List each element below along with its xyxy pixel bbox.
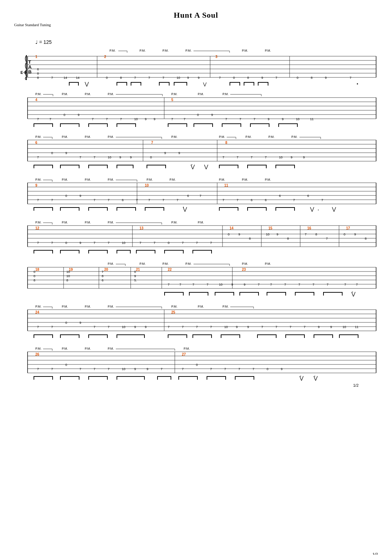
svg-rect-205 — [79, 165, 79, 168]
svg-text:7: 7 — [237, 156, 238, 159]
svg-rect-593 — [197, 376, 198, 380]
svg-text:9: 9 — [79, 194, 81, 198]
svg-rect-509 — [60, 334, 61, 338]
svg-text:7: 7 — [37, 156, 39, 159]
svg-rect-517 — [168, 334, 187, 335]
svg-text:P.M.: P.M. — [198, 92, 204, 96]
svg-text:6: 6 — [122, 198, 124, 202]
svg-text:7: 7 — [222, 156, 224, 159]
svg-rect-591 — [178, 376, 198, 377]
svg-text:16: 16 — [307, 226, 311, 230]
svg-rect-126 — [34, 123, 34, 127]
svg-rect-518 — [168, 334, 168, 338]
svg-rect-58 — [126, 82, 127, 86]
svg-text:P.M.: P.M. — [171, 305, 177, 308]
svg-rect-207 — [88, 165, 89, 168]
svg-rect-283 — [117, 207, 136, 208]
svg-text:7: 7 — [94, 198, 95, 202]
svg-rect-527 — [257, 334, 258, 338]
svg-text:7: 7 — [182, 325, 184, 329]
svg-rect-295 — [247, 207, 248, 211]
svg-text:6: 6 — [307, 194, 309, 198]
svg-rect-65 — [174, 82, 187, 83]
svg-text:7: 7 — [270, 283, 272, 286]
svg-text:9: 9 — [268, 117, 269, 121]
page-title: Hunt A Soul — [14, 11, 378, 20]
svg-rect-585 — [117, 376, 145, 377]
svg-rect-219 — [219, 165, 220, 168]
svg-text:14: 14 — [76, 76, 79, 80]
svg-rect-151 — [297, 123, 298, 127]
svg-text:8: 8 — [102, 274, 103, 278]
svg-rect-203 — [60, 165, 79, 165]
svg-text:7: 7 — [49, 117, 51, 121]
svg-rect-221 — [247, 165, 267, 165]
svg-text:9: 9 — [178, 151, 180, 155]
svg-text:7: 7 — [210, 367, 212, 371]
svg-text:10: 10 — [108, 156, 111, 159]
svg-rect-589 — [157, 376, 158, 380]
svg-rect-513 — [107, 334, 108, 338]
svg-text:7: 7 — [37, 367, 39, 371]
svg-rect-452 — [323, 292, 343, 293]
svg-rect-598 — [235, 376, 236, 380]
svg-text:11: 11 — [355, 325, 358, 329]
svg-rect-139 — [186, 123, 187, 127]
svg-text:⋁: ⋁ — [84, 81, 89, 87]
svg-text:4: 4 — [35, 98, 37, 102]
svg-text:7: 7 — [162, 76, 164, 80]
svg-text:P.M.: P.M. — [35, 92, 41, 96]
svg-text:P.M.: P.M. — [108, 178, 114, 181]
svg-text:7: 7 — [139, 241, 141, 245]
svg-text:18: 18 — [35, 268, 40, 271]
svg-text:A: A — [28, 64, 32, 70]
svg-rect-524 — [221, 334, 221, 338]
svg-rect-213 — [147, 165, 147, 168]
svg-rect-586 — [117, 376, 117, 380]
svg-rect-359 — [52, 250, 53, 253]
svg-text:22: 22 — [168, 268, 172, 271]
svg-rect-64 — [169, 82, 170, 86]
svg-rect-523 — [221, 334, 240, 335]
svg-rect-218 — [219, 165, 238, 165]
svg-rect-136 — [135, 123, 136, 127]
svg-text:P.M.: P.M. — [139, 49, 145, 52]
svg-rect-201 — [34, 165, 34, 168]
svg-text:7: 7 — [304, 325, 305, 329]
svg-text:7: 7 — [179, 283, 181, 286]
svg-text:5: 5 — [171, 98, 173, 102]
svg-rect-375 — [192, 250, 212, 251]
svg-rect-516 — [144, 334, 145, 338]
svg-rect-526 — [257, 334, 277, 335]
svg-rect-535 — [339, 334, 358, 335]
svg-text:P.M.: P.M. — [265, 262, 271, 265]
svg-text:8: 8 — [365, 237, 367, 240]
svg-text:11: 11 — [224, 183, 228, 187]
svg-text:7: 7 — [37, 198, 39, 202]
svg-text:9: 9 — [231, 283, 233, 286]
svg-text:9: 9 — [145, 325, 147, 329]
svg-text:8: 8 — [37, 76, 39, 80]
svg-text:17: 17 — [346, 226, 350, 230]
svg-text:P.M.: P.M. — [242, 178, 248, 181]
svg-text:P.M.: P.M. — [185, 49, 191, 52]
svg-text:P.M.: P.M. — [162, 262, 168, 265]
svg-text:⋁: ⋁ — [313, 375, 318, 381]
svg-text:7: 7 — [326, 237, 328, 240]
svg-rect-519 — [186, 334, 187, 338]
svg-rect-376 — [192, 250, 193, 253]
svg-rect-202 — [52, 165, 53, 168]
svg-text:0: 0 — [65, 241, 67, 245]
svg-rect-276 — [52, 207, 53, 211]
svg-text:P.M.: P.M. — [147, 178, 153, 181]
svg-text:P.M.: P.M. — [222, 92, 228, 96]
svg-text:0: 0 — [64, 113, 65, 117]
svg-text:21: 21 — [136, 268, 140, 271]
svg-rect-366 — [117, 250, 131, 251]
svg-rect-277 — [60, 207, 79, 208]
svg-text:2: 2 — [104, 55, 106, 59]
svg-rect-373 — [164, 250, 165, 253]
svg-rect-440 — [215, 292, 234, 293]
svg-text:7: 7 — [108, 241, 109, 245]
svg-text:T: T — [28, 59, 31, 65]
